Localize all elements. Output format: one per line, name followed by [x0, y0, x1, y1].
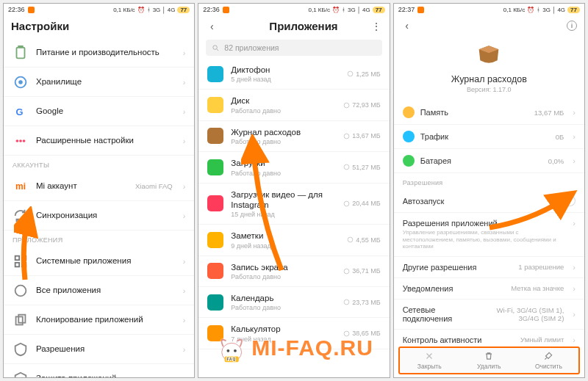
row-autostart[interactable]: Автозапуск	[394, 189, 584, 213]
row-google[interactable]: G Google ›	[4, 97, 194, 126]
svg-point-3	[19, 81, 22, 84]
row-mi-account[interactable]: mi Mi аккаунт Xiaomi FAQ ›	[4, 172, 194, 201]
chevron-right-icon: ›	[183, 107, 186, 116]
battery-settings-icon	[12, 45, 29, 61]
chevron-right-icon: ›	[183, 345, 186, 354]
svg-point-20	[344, 164, 349, 170]
row-advanced[interactable]: Расширенные настройки ›	[4, 126, 194, 156]
chevron-right-icon: ›	[183, 182, 186, 191]
apps-header: ‹ Приложения ⋮	[198, 15, 389, 38]
app-item-sub: Работало давно	[231, 304, 336, 311]
chevron-right-icon: ›	[183, 257, 186, 266]
svg-point-12	[15, 285, 26, 296]
signal-icon: 3G │ 4G	[542, 7, 565, 13]
info-icon[interactable]: i	[567, 21, 577, 31]
back-icon[interactable]: ‹	[206, 21, 218, 32]
svg-rect-10	[15, 262, 20, 266]
chevron-right-icon: ›	[183, 78, 186, 87]
app-row[interactable]: КалендарьРаботало давно23,73 МБ	[198, 287, 389, 318]
svg-point-17	[348, 71, 353, 76]
app-row[interactable]: Калькулятор7 дней назад38,65 МБ	[198, 318, 389, 349]
row-system-apps[interactable]: Системные приложения ›	[4, 247, 194, 276]
row-permissions[interactable]: Разрешения ›	[4, 335, 194, 364]
status-indicator-icon	[417, 7, 424, 13]
page-title: Приложения	[269, 20, 337, 32]
svg-rect-0	[17, 47, 25, 58]
app-item-name: Диск	[231, 95, 336, 106]
row-storage[interactable]: Хранилище ›	[4, 68, 194, 97]
delete-button[interactable]: Удалить	[459, 351, 519, 370]
svg-rect-13	[16, 316, 23, 324]
app-item-size: 38,65 МБ	[343, 330, 380, 337]
row-power[interactable]: Питание и производительность ›	[4, 38, 194, 68]
autostart-toggle[interactable]	[555, 195, 576, 206]
chevron-right-icon: ›	[183, 374, 186, 379]
chevron-right-icon: ›	[573, 132, 576, 141]
row-notifications[interactable]: Уведомления Метка на значке ›	[394, 278, 584, 300]
more-icon[interactable]: ⋮	[370, 21, 382, 32]
row-sync[interactable]: Синхронизация ›	[4, 201, 194, 231]
app-item-icon	[207, 159, 223, 175]
battery-icon: 77	[177, 7, 190, 13]
row-memory[interactable]: Память 13,67 МБ ›	[394, 101, 584, 125]
app-item-sub: Работало давно	[231, 170, 336, 177]
app-item-size: 1,25 МБ	[347, 70, 380, 78]
app-item-name: Запись экрана	[231, 262, 336, 272]
row-app-permissions[interactable]: Разрешения приложений Управление разреше…	[394, 213, 584, 257]
app-row[interactable]: Загрузчик видео — для Instagram15 дней н…	[198, 184, 389, 225]
svg-rect-11	[22, 262, 26, 266]
disk-icon	[347, 70, 354, 77]
svg-point-18	[344, 103, 349, 108]
app-version: Версия: 1.17.0	[467, 86, 511, 93]
app-item-name: Калькулятор	[231, 324, 336, 334]
app-row[interactable]: Заметки9 дней назад4,55 МБ	[198, 225, 389, 255]
app-item-size: 13,67 МБ	[343, 132, 380, 139]
row-traffic[interactable]: Трафик 0Б ›	[394, 125, 584, 149]
disk-icon	[347, 236, 354, 243]
mi-icon: mi	[12, 178, 29, 195]
app-row[interactable]: Диктофон5 дней назад1,25 МБ	[198, 59, 389, 90]
app-row[interactable]: Запись экранаРаботало давно36,71 МБ	[198, 256, 389, 287]
app-row[interactable]: Журнал расходовРаботало давно13,67 МБ	[198, 121, 389, 152]
svg-rect-14	[18, 314, 25, 322]
close-button[interactable]: Закрыть	[400, 351, 459, 370]
row-net-conn[interactable]: Сетевые подключения Wi-Fi, 3G/4G (SIM 1)…	[394, 300, 584, 330]
disk-icon	[343, 299, 350, 305]
chevron-right-icon: ›	[573, 335, 576, 344]
alarm-icon: ⏰	[137, 7, 145, 13]
app-summary: Журнал расходов Версия: 1.17.0	[394, 33, 584, 101]
section-permissions: Разрешения	[394, 173, 584, 189]
row-all-apps[interactable]: Все приложения ›	[4, 276, 194, 305]
app-item-sub: 5 дней назад	[231, 76, 340, 83]
chevron-right-icon: ›	[183, 211, 186, 220]
back-icon[interactable]: ‹	[401, 20, 413, 32]
app-item-icon	[207, 195, 223, 211]
app-item-sub: Работало давно	[231, 107, 336, 115]
row-app-protect[interactable]: Защита приложений ›	[4, 364, 194, 378]
svg-rect-9	[22, 255, 26, 260]
row-other-perm[interactable]: Другие разрешения 1 разрешение ›	[394, 257, 584, 278]
app-item-name: Заметки	[231, 231, 340, 241]
search-icon	[212, 44, 220, 52]
memory-icon	[403, 106, 415, 118]
app-row[interactable]: ДискРаботало давно72,93 МБ	[198, 90, 389, 120]
app-item-name: Диктофон	[231, 65, 340, 75]
bottom-actions: Закрыть Удалить Очистить	[398, 346, 580, 374]
disk-icon	[343, 102, 350, 109]
clear-button[interactable]: Очистить	[519, 351, 578, 370]
apps-screen: 22:36 0,1 КБ/с ⏰ ᚼ 3G │ 4G 77 ‹ Приложен…	[198, 3, 390, 378]
row-battery[interactable]: Батарея 0,0% ›	[394, 149, 584, 173]
app-item-icon	[207, 128, 223, 144]
disk-icon	[343, 164, 350, 170]
battery-icon: 77	[373, 7, 385, 13]
status-net: 0,1 КБ/с	[113, 7, 135, 13]
bluetooth-icon: ᚼ	[147, 7, 151, 13]
app-row[interactable]: ЗагрузкиРаботало давно51,27 МБ	[198, 152, 389, 183]
app-list: Диктофон5 дней назад1,25 МБДискРаботало …	[198, 59, 389, 377]
search-input[interactable]: 82 приложения	[206, 40, 381, 56]
svg-point-21	[344, 201, 349, 206]
svg-point-5	[16, 139, 19, 142]
row-clone-apps[interactable]: Клонирование приложений ›	[4, 305, 194, 335]
status-bar: 22:37 0,1 КБ/с ⏰ ᚼ 3G │ 4G 77	[394, 4, 584, 15]
traffic-icon	[403, 131, 415, 142]
